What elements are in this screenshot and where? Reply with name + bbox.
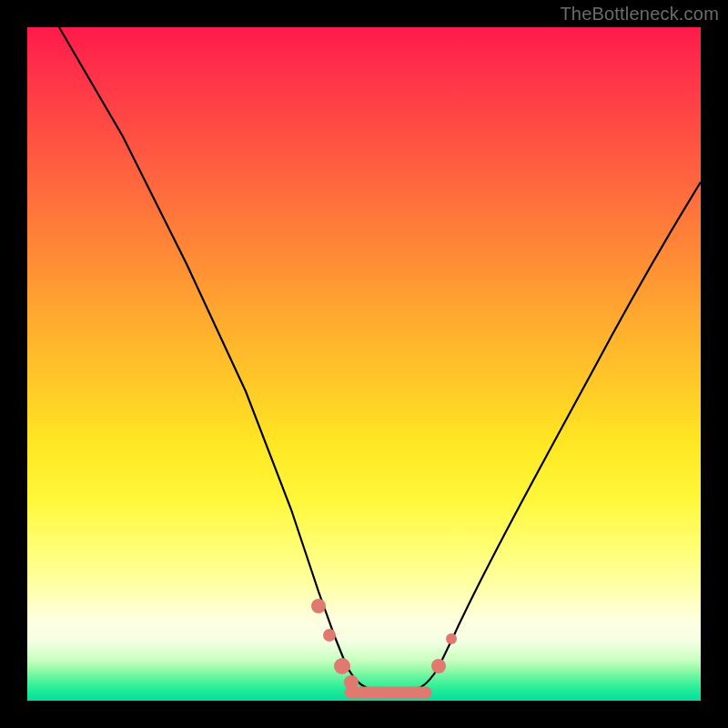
watermark-text: TheBottleneck.com <box>560 4 719 25</box>
marker-dot <box>446 633 457 644</box>
bottleneck-curve <box>59 27 701 693</box>
marker-dot <box>344 675 359 690</box>
plot-area <box>27 27 701 701</box>
marker-dot <box>311 599 326 613</box>
marker-dot <box>323 629 336 642</box>
marker-dot <box>431 659 446 673</box>
chart-frame: TheBottleneck.com <box>0 0 728 728</box>
marker-dot <box>334 658 350 674</box>
curve-layer <box>27 27 701 701</box>
